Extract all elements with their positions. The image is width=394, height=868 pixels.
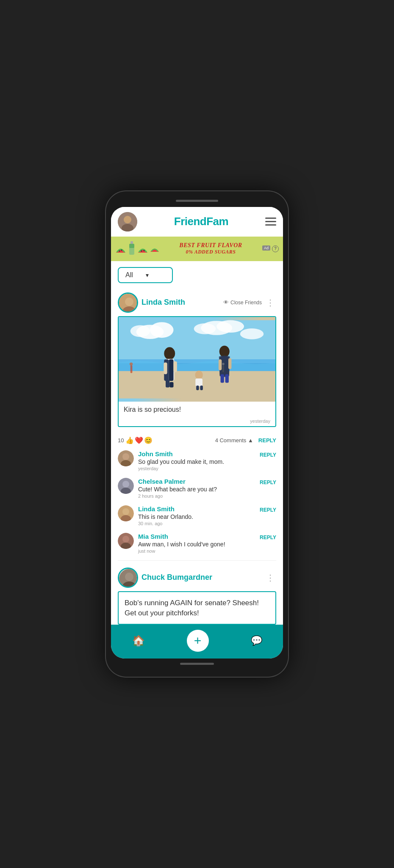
post-card-2: Chuck Bumgardner ⋮ Bob's running AGAIN f… xyxy=(118,564,276,625)
comment-author: John Smith xyxy=(138,450,255,457)
comment-body: Chelsea Palmer Cute! What beach are you … xyxy=(138,478,255,499)
svg-point-16 xyxy=(130,325,150,337)
post-image xyxy=(119,317,275,402)
comment-reply-button[interactable]: REPLY xyxy=(260,479,276,485)
post-image-container: Kira is so precious! yesterday xyxy=(118,316,276,427)
watermelon2-icon xyxy=(137,244,148,254)
watermelon3-icon xyxy=(150,245,159,253)
phone-bottom-bar xyxy=(180,663,214,665)
chevron-up-icon: ▲ xyxy=(248,437,253,444)
reaction-icons: 👍 ❤️ 😊 xyxy=(125,436,153,444)
messages-icon: 💬 xyxy=(251,635,262,646)
comment-reply-button[interactable]: REPLY xyxy=(260,535,276,540)
filter-dropdown[interactable]: All ▾ xyxy=(118,267,173,283)
svg-point-1 xyxy=(124,216,131,223)
svg-rect-39 xyxy=(195,378,203,386)
comment-item: John Smith So glad you could make it, mo… xyxy=(118,447,276,474)
comment-text: Cute! What beach are you at? xyxy=(138,486,255,493)
post2-text-content: Bob's running AGAIN for senate? Sheesh! … xyxy=(118,591,276,625)
svg-rect-27 xyxy=(169,359,173,381)
post2-author-name: Chuck Bumgardner xyxy=(142,573,264,582)
post2-more-icon[interactable]: ⋮ xyxy=(264,573,276,583)
comment-body: John Smith So glad you could make it, mo… xyxy=(138,450,255,471)
phone-screen: FriendFam xyxy=(111,207,283,659)
ad-subtitle: 0% ADDED SUGARS xyxy=(159,249,262,255)
comment-reply-button[interactable]: REPLY xyxy=(260,507,276,513)
svg-point-24 xyxy=(164,347,175,360)
filter-row: All ▾ xyxy=(111,261,283,289)
ad-title: BEST FRUIT FLAVOR xyxy=(159,242,262,249)
comment-item: Mia Smith Aww man, I wish I could've gon… xyxy=(118,529,276,557)
comment-text: This is near Orlando. xyxy=(138,513,255,520)
svg-point-15 xyxy=(150,322,174,338)
visibility-label: Close Friends xyxy=(230,300,262,306)
comment-time: 30 min. ago xyxy=(138,521,255,526)
comment-body: Mia Smith Aww man, I wish I could've gon… xyxy=(138,533,255,554)
watermelon-icon xyxy=(115,244,126,254)
comments-section: John Smith So glad you could make it, mo… xyxy=(118,447,276,557)
comment-time: yesterday xyxy=(138,466,255,471)
home-nav-item[interactable]: 🏠 xyxy=(132,635,145,647)
reaction-count: 10 xyxy=(118,437,124,444)
svg-rect-28 xyxy=(166,380,169,388)
post-card: Linda Smith 👁 Close Friends ⋮ xyxy=(118,289,276,427)
comments-count-label: 4 Comments xyxy=(215,437,247,444)
post-author-avatar[interactable] xyxy=(118,292,138,313)
svg-rect-41 xyxy=(200,386,203,390)
ad-banner: BEST FRUIT FLAVOR 0% ADDED SUGARS Ad ? xyxy=(111,237,283,261)
svg-point-50 xyxy=(122,481,129,488)
svg-rect-29 xyxy=(169,382,173,387)
comments-toggle[interactable]: 4 Comments ▲ xyxy=(215,437,253,444)
svg-point-53 xyxy=(122,508,129,515)
commenter-avatar[interactable] xyxy=(118,478,134,494)
commenter-avatar[interactable] xyxy=(118,505,134,521)
commenter-avatar[interactable] xyxy=(118,450,134,466)
post-caption: Kira is so precious! xyxy=(119,402,275,418)
comment-item: Chelsea Palmer Cute! What beach are you … xyxy=(118,474,276,502)
post2-author-avatar[interactable] xyxy=(118,568,138,588)
svg-point-47 xyxy=(122,453,129,460)
juice-bottle-icon xyxy=(128,241,136,256)
add-post-button[interactable]: + xyxy=(187,630,209,652)
commenter-avatar[interactable] xyxy=(118,533,134,549)
svg-point-9 xyxy=(144,250,145,251)
svg-point-8 xyxy=(141,250,142,251)
messages-nav-item[interactable]: 💬 xyxy=(251,635,262,646)
phone-frame: FriendFam xyxy=(106,191,288,677)
phone-notch xyxy=(176,200,218,202)
svg-point-18 xyxy=(216,320,244,333)
comment-time: just now xyxy=(138,548,255,554)
heart-icon: ❤️ xyxy=(135,436,143,444)
svg-point-11 xyxy=(125,298,133,306)
post-reply-button[interactable]: REPLY xyxy=(258,437,276,444)
plus-icon: + xyxy=(194,634,202,648)
ad-badge-area: Ad ? xyxy=(262,245,279,252)
comment-time: 2 hours ago xyxy=(138,493,255,499)
reactions-row: 10 👍 ❤️ 😊 4 Comments ▲ REPLY xyxy=(118,434,276,447)
ad-help-icon[interactable]: ? xyxy=(272,245,279,252)
svg-rect-40 xyxy=(196,386,199,390)
svg-point-59 xyxy=(125,573,133,581)
comment-author: Linda Smith xyxy=(138,505,255,513)
post-author-name: Linda Smith xyxy=(142,298,223,307)
comment-text: So glad you could make it, mom. xyxy=(138,458,255,465)
post-divider xyxy=(118,560,276,561)
ad-label: Ad xyxy=(262,245,270,251)
svg-rect-5 xyxy=(130,241,133,244)
svg-point-19 xyxy=(194,323,216,334)
bottom-nav: 🏠 + 💬 xyxy=(111,625,283,659)
app-title: FriendFam xyxy=(174,215,228,228)
svg-rect-37 xyxy=(228,358,231,369)
svg-point-4 xyxy=(121,249,122,251)
home-icon: 🏠 xyxy=(132,635,145,647)
post-header: Linda Smith 👁 Close Friends ⋮ xyxy=(118,289,276,316)
chevron-down-icon: ▾ xyxy=(146,272,149,278)
post-more-icon[interactable]: ⋮ xyxy=(264,298,276,308)
svg-point-38 xyxy=(195,371,203,379)
avatar[interactable] xyxy=(118,212,137,231)
svg-rect-44 xyxy=(222,365,224,372)
ad-text-area: BEST FRUIT FLAVOR 0% ADDED SUGARS xyxy=(159,242,262,255)
svg-point-56 xyxy=(122,536,129,543)
menu-icon[interactable] xyxy=(265,218,276,226)
comment-reply-button[interactable]: REPLY xyxy=(260,452,276,458)
